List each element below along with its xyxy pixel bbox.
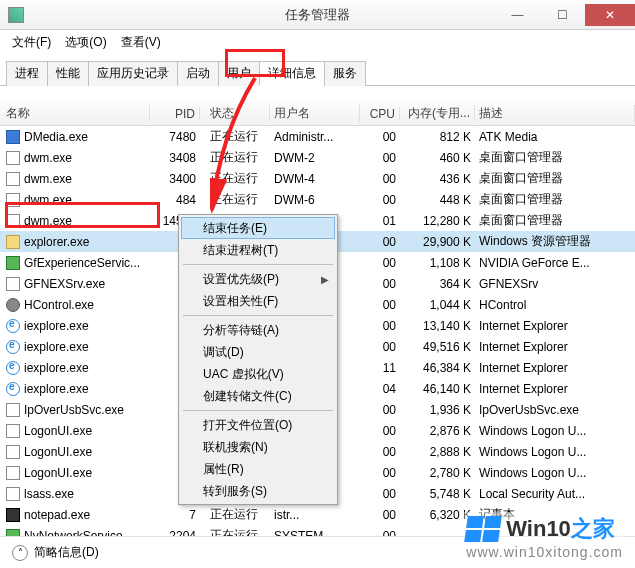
context-analyze-wait[interactable]: 分析等待链(A) [181, 319, 335, 341]
process-memory: 812 K [400, 130, 475, 144]
submenu-arrow-icon: ▶ [321, 274, 329, 285]
process-cpu: 00 [360, 277, 400, 291]
process-name: IpOverUsbSvc.exe [24, 403, 124, 417]
column-header-row: 名称 PID 状态 用户名 CPU 内存(专用... 描述 [0, 102, 635, 126]
process-name: GfExperienceServic... [24, 256, 140, 270]
tab-services[interactable]: 服务 [324, 61, 366, 86]
process-cpu: 00 [360, 256, 400, 270]
tab-performance[interactable]: 性能 [47, 61, 89, 86]
table-row[interactable]: dwm.exe3408正在运行DWM-200460 K桌面窗口管理器 [0, 147, 635, 168]
column-description[interactable]: 描述 [475, 105, 635, 122]
process-description: Windows 资源管理器 [475, 233, 635, 250]
process-memory: 12,280 K [400, 214, 475, 228]
tab-users[interactable]: 用户 [218, 61, 260, 86]
simple-info-button[interactable]: 简略信息(D) [34, 544, 99, 561]
collapse-chevron-icon[interactable]: ˄ [12, 545, 28, 561]
context-open-location[interactable]: 打开文件位置(O) [181, 414, 335, 436]
context-uac[interactable]: UAC 虚拟化(V) [181, 363, 335, 385]
process-description: Internet Explorer [475, 382, 635, 396]
maximize-button[interactable]: ☐ [540, 4, 585, 26]
context-goto-services[interactable]: 转到服务(S) [181, 480, 335, 502]
tab-details[interactable]: 详细信息 [259, 61, 325, 86]
table-row[interactable]: DMedia.exe7480正在运行Administr...00812 KATK… [0, 126, 635, 147]
process-icon [6, 466, 20, 480]
process-memory: 364 K [400, 277, 475, 291]
context-set-priority[interactable]: 设置优先级(P)▶ [181, 268, 335, 290]
menubar: 文件(F) 选项(O) 查看(V) [0, 30, 635, 56]
process-name: LogonUI.exe [24, 445, 92, 459]
process-description: NVIDIA GeForce E... [475, 256, 635, 270]
process-cpu: 00 [360, 340, 400, 354]
process-memory: 29,900 K [400, 235, 475, 249]
process-description: Internet Explorer [475, 361, 635, 375]
tab-startup[interactable]: 启动 [177, 61, 219, 86]
tab-strip: 进程 性能 应用历史记录 启动 用户 详细信息 服务 [0, 56, 635, 86]
process-description: 桌面窗口管理器 [475, 170, 635, 187]
process-cpu: 00 [360, 445, 400, 459]
tab-processes[interactable]: 进程 [6, 61, 48, 86]
column-user[interactable]: 用户名 [270, 105, 360, 122]
process-cpu: 00 [360, 172, 400, 186]
process-cpu: 00 [360, 424, 400, 438]
context-end-tree[interactable]: 结束进程树(T) [181, 239, 335, 261]
tab-app-history[interactable]: 应用历史记录 [88, 61, 178, 86]
process-name: GFNEXSrv.exe [24, 277, 105, 291]
context-search-online[interactable]: 联机搜索(N) [181, 436, 335, 458]
process-cpu: 00 [360, 130, 400, 144]
process-icon [6, 508, 20, 522]
process-status: 正在运行 [200, 191, 270, 208]
column-pid[interactable]: PID [150, 107, 200, 121]
context-create-dump[interactable]: 创建转储文件(C) [181, 385, 335, 407]
process-name: dwm.exe [24, 172, 72, 186]
column-memory[interactable]: 内存(专用... [400, 105, 475, 122]
context-separator [183, 264, 333, 265]
column-cpu[interactable]: CPU [360, 107, 400, 121]
process-name: HControl.exe [24, 298, 94, 312]
column-name[interactable]: 名称 [0, 105, 150, 122]
process-name: dwm.exe [24, 193, 72, 207]
menu-options[interactable]: 选项(O) [59, 32, 112, 53]
process-name: iexplore.exe [24, 382, 89, 396]
process-memory: 1,108 K [400, 256, 475, 270]
menu-file[interactable]: 文件(F) [6, 32, 57, 53]
process-pid: 3400 [150, 172, 200, 186]
process-memory: 46,140 K [400, 382, 475, 396]
process-icon [6, 340, 20, 354]
process-pid: 3408 [150, 151, 200, 165]
process-memory: 448 K [400, 193, 475, 207]
process-description: Internet Explorer [475, 319, 635, 333]
process-icon [6, 382, 20, 396]
column-status[interactable]: 状态 [200, 105, 270, 122]
process-name: LogonUI.exe [24, 424, 92, 438]
process-pid: 7480 [150, 130, 200, 144]
titlebar: 任务管理器 — ☐ ✕ [0, 0, 635, 30]
context-debug[interactable]: 调试(D) [181, 341, 335, 363]
process-cpu: 04 [360, 382, 400, 396]
process-user: DWM-6 [270, 193, 360, 207]
close-button[interactable]: ✕ [585, 4, 635, 26]
process-description: GFNEXSrv [475, 277, 635, 291]
process-memory: 460 K [400, 151, 475, 165]
process-status: 正在运行 [200, 506, 270, 523]
process-description: Windows Logon U... [475, 445, 635, 459]
process-user: Administr... [270, 130, 360, 144]
process-icon [6, 424, 20, 438]
context-menu: 结束任务(E) 结束进程树(T) 设置优先级(P)▶ 设置相关性(F) 分析等待… [178, 214, 338, 505]
process-icon [6, 256, 20, 270]
process-description: HControl [475, 298, 635, 312]
process-user: istr... [270, 508, 360, 522]
table-row[interactable]: dwm.exe3400正在运行DWM-400436 K桌面窗口管理器 [0, 168, 635, 189]
process-description: Windows Logon U... [475, 424, 635, 438]
process-description: Internet Explorer [475, 340, 635, 354]
window-buttons: — ☐ ✕ [495, 4, 635, 26]
menu-view[interactable]: 查看(V) [115, 32, 167, 53]
context-properties[interactable]: 属性(R) [181, 458, 335, 480]
process-name: dwm.exe [24, 151, 72, 165]
context-set-affinity[interactable]: 设置相关性(F) [181, 290, 335, 312]
table-row[interactable]: dwm.exe484正在运行DWM-600448 K桌面窗口管理器 [0, 189, 635, 210]
context-end-task[interactable]: 结束任务(E) [181, 217, 335, 239]
minimize-button[interactable]: — [495, 4, 540, 26]
process-name: LogonUI.exe [24, 466, 92, 480]
process-memory: 5,748 K [400, 487, 475, 501]
process-name: notepad.exe [24, 508, 90, 522]
